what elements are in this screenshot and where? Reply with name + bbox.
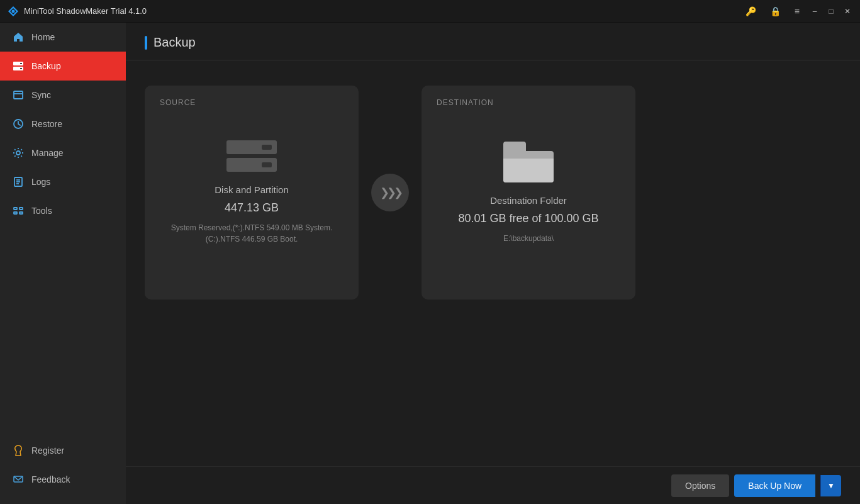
bottom-bar: Options Back Up Now ▼ <box>126 466 860 504</box>
logs-icon <box>13 176 24 188</box>
sidebar-item-register[interactable]: Register <box>0 436 126 465</box>
sidebar-item-restore[interactable]: Restore <box>0 109 126 138</box>
main-content: Backup SOURCE Disk and Partition 447.13 … <box>126 23 860 504</box>
sidebar-label-logs: Logs <box>31 177 50 187</box>
folder-body <box>503 151 554 182</box>
folder-icon <box>503 142 554 182</box>
source-detail: System Reserved,(*:).NTFS 549.00 MB Syst… <box>171 222 333 245</box>
sidebar-item-logs[interactable]: Logs <box>0 167 126 196</box>
close-button[interactable]: ✕ <box>842 7 852 16</box>
destination-label: DESTINATION <box>437 98 494 107</box>
feedback-icon <box>13 474 24 485</box>
sidebar-label-feedback: Feedback <box>31 474 70 484</box>
folder-open <box>503 159 554 182</box>
sidebar-item-tools[interactable]: Tools <box>0 196 126 225</box>
manage-icon <box>13 147 24 159</box>
chevron-right-icon: ❯❯❯ <box>380 186 401 199</box>
destination-free: 80.01 GB free of 100.00 GB <box>458 212 598 225</box>
sidebar-label-restore: Restore <box>31 119 62 129</box>
svg-rect-16 <box>14 212 17 214</box>
sync-icon <box>13 89 24 101</box>
svg-rect-5 <box>20 63 22 64</box>
svg-rect-15 <box>14 208 17 210</box>
backup-icon <box>13 60 24 72</box>
source-icon-area <box>226 140 277 172</box>
app-body: Home Backup Sync <box>0 23 860 504</box>
svg-rect-17 <box>20 208 23 210</box>
sidebar: Home Backup Sync <box>0 23 126 504</box>
titlebar: MiniTool ShadowMaker Trial 4.1.0 🔑 🔒 ≡ –… <box>0 0 860 23</box>
tools-icon <box>13 205 24 216</box>
key-icon[interactable]: 🔑 <box>742 5 760 18</box>
sidebar-label-home: Home <box>31 32 55 42</box>
sidebar-item-backup[interactable]: Backup <box>0 52 126 81</box>
source-name: Disk and Partition <box>215 184 289 195</box>
options-button[interactable]: Options <box>671 474 729 497</box>
svg-rect-18 <box>20 212 23 214</box>
sidebar-item-home[interactable]: Home <box>0 23 126 52</box>
minimize-button[interactable]: – <box>810 7 820 16</box>
header-accent-bar <box>145 36 147 50</box>
sidebar-item-feedback[interactable]: Feedback <box>0 465 126 494</box>
arrow-button[interactable]: ❯❯❯ <box>371 174 409 211</box>
sidebar-label-register: Register <box>31 445 64 456</box>
sidebar-item-sync[interactable]: Sync <box>0 81 126 109</box>
destination-path: E:\backupdata\ <box>503 233 554 244</box>
page-title: Backup <box>154 35 196 50</box>
sidebar-label-tools: Tools <box>31 206 52 216</box>
source-size: 447.13 GB <box>225 201 279 215</box>
menu-icon[interactable]: ≡ <box>791 5 803 18</box>
svg-point-2 <box>12 9 15 13</box>
register-icon <box>13 445 24 456</box>
home-icon <box>13 31 24 43</box>
destination-name: Destination Folder <box>490 195 567 206</box>
backup-dropdown-button[interactable]: ▼ <box>820 475 841 496</box>
backup-area: SOURCE Disk and Partition 447.13 GB Syst… <box>126 60 860 466</box>
disk-slot-1 <box>226 140 277 154</box>
app-logo <box>8 6 19 17</box>
folder-icon-area <box>503 142 554 182</box>
source-label: SOURCE <box>160 98 196 107</box>
backup-now-button[interactable]: Back Up Now <box>734 474 815 497</box>
svg-point-10 <box>16 151 20 155</box>
sidebar-label-backup: Backup <box>31 61 61 71</box>
source-dest-row: SOURCE Disk and Partition 447.13 GB Syst… <box>145 86 841 300</box>
disk-icon <box>226 140 277 172</box>
source-card[interactable]: SOURCE Disk and Partition 447.13 GB Syst… <box>145 86 359 300</box>
sidebar-bottom: Register Feedback <box>0 436 126 504</box>
svg-rect-7 <box>14 91 23 99</box>
app-title: MiniTool ShadowMaker Trial 4.1.0 <box>24 6 742 16</box>
disk-slot-2 <box>226 158 277 172</box>
restore-icon <box>13 118 24 130</box>
page-header: Backup <box>126 23 860 60</box>
sidebar-item-manage[interactable]: Manage <box>0 138 126 167</box>
sidebar-label-sync: Sync <box>31 90 51 100</box>
sidebar-label-manage: Manage <box>31 148 64 158</box>
restore-button[interactable]: □ <box>826 7 836 16</box>
lock-icon[interactable]: 🔒 <box>766 5 785 18</box>
titlebar-controls: 🔑 🔒 ≡ – □ ✕ <box>742 5 852 18</box>
destination-card[interactable]: DESTINATION Destination Folder 80.01 GB … <box>422 86 635 300</box>
svg-rect-6 <box>20 68 22 69</box>
